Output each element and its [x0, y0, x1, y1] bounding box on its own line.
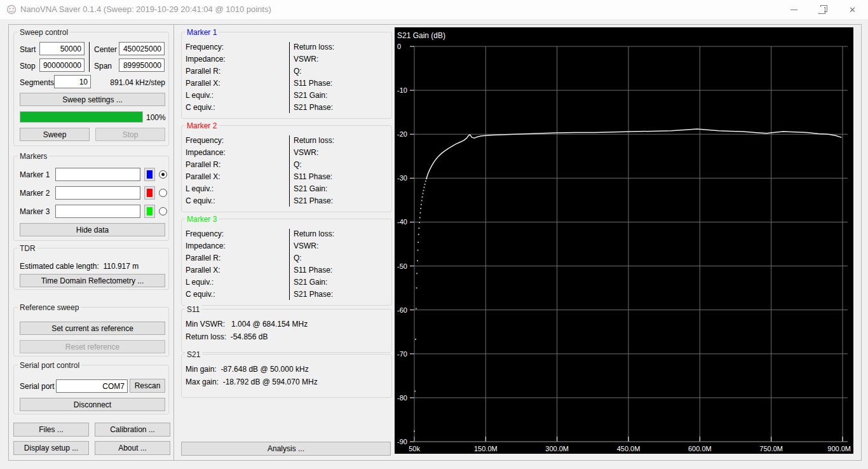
set-reference-button[interactable]: Set current as reference — [20, 322, 165, 335]
markers-title: Markers — [18, 152, 49, 161]
time-domain-reflectometry-button[interactable]: Time Domain Reflectometry ... — [20, 274, 165, 287]
trace-dot-7 — [417, 250, 419, 251]
marker-2-field-q: Q: — [294, 160, 302, 169]
start-frequency-input[interactable] — [39, 42, 85, 55]
marker-2-field-parallel-r: Parallel R: — [186, 160, 220, 169]
y-tick-label--90: -90 — [397, 438, 407, 445]
app-icon — [6, 4, 17, 15]
calibration-button[interactable]: Calibration ... — [95, 423, 170, 437]
y-tick-label--50: -50 — [397, 262, 407, 270]
restore-icon — [818, 7, 825, 14]
sweep-control-title: Sweep control — [18, 28, 70, 37]
y-tick-label--80: -80 — [397, 394, 407, 402]
stop-label: Stop — [20, 62, 36, 71]
y-tick-label--20: -20 — [397, 130, 407, 138]
window-title: NanoVNA Saver 0.1.4 (Sweep: 2019-10-29 2… — [20, 4, 271, 14]
marker-1-frequency-input[interactable] — [55, 168, 140, 181]
marker-1-field-s21-gain: S21 Gain: — [294, 91, 327, 100]
segments-input[interactable] — [54, 75, 91, 88]
segments-label: Segments — [20, 78, 54, 87]
restore-button[interactable] — [808, 0, 837, 19]
marker-1-color-button[interactable] — [144, 168, 155, 181]
sweep-button[interactable]: Sweep — [20, 128, 90, 141]
panel-divider — [173, 24, 174, 460]
marker-1-info-title: Marker 1 — [185, 28, 219, 37]
s11-return-loss-value: -54.856 dB — [231, 332, 268, 341]
marker-2-field-s21-gain: S21 Gain: — [294, 184, 327, 193]
trace-dot-1 — [414, 391, 416, 392]
s21-max-gain-value: -18.792 dB @ 594.070 MHz — [223, 377, 318, 386]
files-button[interactable]: Files ... — [13, 423, 89, 437]
hide-data-button[interactable]: Hide data — [20, 223, 165, 236]
trace-dot-0 — [414, 430, 415, 432]
marker-3-info-title: Marker 3 — [185, 215, 219, 224]
marker-2-color-button[interactable] — [144, 186, 155, 200]
s21-gain-chart[interactable]: 0-10-20-30-40-50-60-70-80-9050k150.0M300… — [395, 27, 853, 454]
marker-2-label: Marker 2 — [20, 189, 50, 198]
marker-2-frequency-input[interactable] — [55, 186, 140, 200]
marker-3-field-s21-gain: S21 Gain: — [294, 278, 327, 287]
cable-length-label: Estimated cable length: — [20, 262, 99, 271]
trace-dot-20 — [424, 187, 425, 188]
display-setup-button[interactable]: Display setup ... — [13, 441, 89, 455]
trace-dot-16 — [421, 200, 423, 201]
marker-2-field-c-equiv: C equiv.: — [186, 196, 215, 205]
marker-1-field-l-equiv: L equiv.: — [186, 91, 214, 100]
progress-percent-text: 100% — [146, 113, 166, 122]
marker-3-field-parallel-r: Parallel R: — [186, 254, 220, 262]
stop-button[interactable]: Stop — [95, 128, 165, 141]
marker-2-field-s11-phase: S11 Phase: — [294, 172, 332, 181]
trace-dot-2 — [415, 339, 416, 340]
about-button[interactable]: About ... — [95, 441, 170, 455]
marker-3-field-return-loss: Return loss: — [294, 229, 334, 238]
marker-1-field-parallel-r: Parallel R: — [186, 67, 220, 76]
span-label: Span — [94, 62, 112, 71]
marker-1-field-parallel-x: Parallel X: — [186, 79, 220, 88]
x-tick-label-600.0M: 600.0M — [688, 445, 712, 452]
marker-2-select-radio[interactable] — [159, 189, 167, 197]
marker-2-field-s21-phase: S21 Phase: — [294, 196, 333, 205]
rescan-button[interactable]: Rescan — [130, 379, 165, 393]
y-tick-label--70: -70 — [397, 350, 407, 358]
title-bar: NanoVNA Saver 0.1.4 (Sweep: 2019-10-29 2… — [0, 0, 868, 20]
trace-dot-13 — [419, 212, 421, 214]
marker-1-select-radio[interactable] — [159, 170, 167, 179]
start-label: Start — [20, 45, 36, 54]
marker-3-frequency-input[interactable] — [55, 205, 140, 218]
s11-return-loss-row: Return loss: -54.856 dB — [186, 332, 268, 341]
span-frequency-input[interactable] — [119, 58, 165, 72]
reference-sweep-title: Reference sweep — [18, 303, 81, 312]
marker-3-field-frequency: Frequency: — [186, 229, 224, 238]
s11-title: S11 — [185, 305, 201, 314]
trace-dot-9 — [418, 234, 419, 235]
marker-2-info-divider — [289, 135, 290, 207]
sweep-settings-button[interactable]: Sweep settings ... — [20, 93, 165, 106]
tdr-title: TDR — [18, 244, 37, 253]
y-tick-label--30: -30 — [397, 174, 407, 182]
x-tick-label-750.0M: 750.0M — [759, 445, 783, 452]
reset-reference-button[interactable]: Reset reference — [20, 340, 165, 353]
marker-3-color-button[interactable] — [144, 205, 155, 218]
marker-1-field-c-equiv: C equiv.: — [186, 103, 215, 112]
s21-gain-chart-canvas[interactable]: 0-10-20-30-40-50-60-70-80-9050k150.0M300… — [395, 27, 853, 454]
x-tick-label-900.0M: 900.0M — [827, 445, 851, 452]
minimize-button[interactable] — [780, 0, 808, 19]
marker-1-color-chip — [147, 170, 153, 179]
serial-port-title: Serial port control — [18, 361, 81, 370]
s11-min-vswr-row: Min VSWR: 1.004 @ 684.154 MHz — [186, 320, 308, 329]
marker-1-info-divider — [289, 42, 290, 113]
trace-dot-22 — [425, 180, 426, 182]
center-label: Center — [94, 45, 117, 54]
disconnect-button[interactable]: Disconnect — [20, 398, 165, 411]
stop-frequency-input[interactable] — [39, 58, 85, 72]
marker-1-label: Marker 1 — [20, 170, 50, 179]
marker-3-field-s11-phase: S11 Phase: — [294, 266, 332, 275]
marker-3-select-radio[interactable] — [159, 207, 167, 215]
center-frequency-input[interactable] — [119, 42, 165, 55]
serial-port-input[interactable] — [56, 379, 128, 393]
trace-dot-6 — [417, 260, 418, 261]
analysis-button[interactable]: Analysis ... — [181, 442, 391, 456]
close-button[interactable]: ✕ — [838, 0, 867, 19]
chart-title: S21 Gain (dB) — [397, 31, 445, 40]
marker-1-field-q: Q: — [294, 67, 302, 76]
